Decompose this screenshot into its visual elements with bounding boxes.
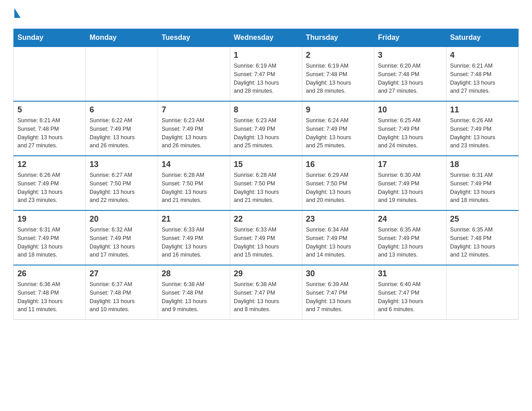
- day-info: Sunrise: 6:32 AM Sunset: 7:49 PM Dayligh…: [90, 226, 154, 259]
- day-info: Sunrise: 6:38 AM Sunset: 7:48 PM Dayligh…: [162, 280, 226, 314]
- day-info: Sunrise: 6:30 AM Sunset: 7:49 PM Dayligh…: [378, 171, 442, 205]
- calendar-cell: 31Sunrise: 6:40 AM Sunset: 7:47 PM Dayli…: [374, 265, 446, 320]
- calendar-cell: 24Sunrise: 6:35 AM Sunset: 7:49 PM Dayli…: [374, 210, 446, 265]
- calendar-cell: 7Sunrise: 6:23 AM Sunset: 7:49 PM Daylig…: [158, 101, 230, 156]
- calendar-cell: 12Sunrise: 6:26 AM Sunset: 7:49 PM Dayli…: [14, 156, 86, 210]
- day-number: 26: [17, 269, 82, 278]
- day-number: 15: [234, 160, 298, 169]
- calendar-cell: 8Sunrise: 6:23 AM Sunset: 7:49 PM Daylig…: [230, 101, 302, 156]
- calendar-cell: 9Sunrise: 6:24 AM Sunset: 7:49 PM Daylig…: [302, 101, 374, 156]
- day-number: 7: [162, 105, 226, 115]
- day-info: Sunrise: 6:35 AM Sunset: 7:48 PM Dayligh…: [450, 226, 515, 259]
- day-info: Sunrise: 6:23 AM Sunset: 7:49 PM Dayligh…: [162, 116, 226, 150]
- day-number: 24: [378, 214, 442, 224]
- day-number: 9: [306, 105, 370, 115]
- day-number: 19: [17, 214, 82, 224]
- calendar-cell: 3Sunrise: 6:20 AM Sunset: 7:48 PM Daylig…: [374, 47, 446, 101]
- day-number: 18: [450, 160, 515, 169]
- day-number: 2: [306, 51, 370, 60]
- day-number: 8: [234, 105, 298, 115]
- header-monday: Monday: [86, 29, 158, 47]
- day-number: 1: [234, 51, 298, 60]
- day-number: 25: [450, 214, 515, 224]
- day-info: Sunrise: 6:23 AM Sunset: 7:49 PM Dayligh…: [234, 116, 298, 150]
- logo-triangle-icon: [14, 8, 21, 18]
- day-info: Sunrise: 6:39 AM Sunset: 7:47 PM Dayligh…: [306, 280, 370, 314]
- logo: [13, 9, 21, 20]
- calendar-cell: 14Sunrise: 6:28 AM Sunset: 7:50 PM Dayli…: [158, 156, 230, 210]
- calendar-cell: 19Sunrise: 6:31 AM Sunset: 7:49 PM Dayli…: [14, 210, 86, 265]
- day-number: 12: [17, 160, 82, 169]
- calendar-cell: [86, 47, 158, 101]
- day-info: Sunrise: 6:35 AM Sunset: 7:49 PM Dayligh…: [378, 226, 442, 259]
- calendar-cell: 20Sunrise: 6:32 AM Sunset: 7:49 PM Dayli…: [86, 210, 158, 265]
- day-info: Sunrise: 6:19 AM Sunset: 7:48 PM Dayligh…: [306, 62, 370, 95]
- day-info: Sunrise: 6:40 AM Sunset: 7:47 PM Dayligh…: [378, 280, 442, 314]
- day-number: 23: [306, 214, 370, 224]
- header-sunday: Sunday: [14, 29, 86, 47]
- day-info: Sunrise: 6:20 AM Sunset: 7:48 PM Dayligh…: [378, 62, 442, 95]
- calendar-cell: 16Sunrise: 6:29 AM Sunset: 7:50 PM Dayli…: [302, 156, 374, 210]
- day-number: 17: [378, 160, 442, 169]
- header-saturday: Saturday: [446, 29, 519, 47]
- day-number: 27: [90, 269, 154, 278]
- page-header: [13, 9, 519, 20]
- calendar-week-row: 5Sunrise: 6:21 AM Sunset: 7:48 PM Daylig…: [14, 101, 519, 156]
- day-info: Sunrise: 6:36 AM Sunset: 7:48 PM Dayligh…: [17, 280, 82, 314]
- calendar-cell: 5Sunrise: 6:21 AM Sunset: 7:48 PM Daylig…: [14, 101, 86, 156]
- header-friday: Friday: [374, 29, 446, 47]
- calendar-cell: [14, 47, 86, 101]
- calendar-cell: 23Sunrise: 6:34 AM Sunset: 7:49 PM Dayli…: [302, 210, 374, 265]
- day-info: Sunrise: 6:33 AM Sunset: 7:49 PM Dayligh…: [234, 226, 298, 259]
- day-info: Sunrise: 6:27 AM Sunset: 7:50 PM Dayligh…: [90, 171, 154, 205]
- calendar-cell: 26Sunrise: 6:36 AM Sunset: 7:48 PM Dayli…: [14, 265, 86, 320]
- calendar-week-row: 26Sunrise: 6:36 AM Sunset: 7:48 PM Dayli…: [14, 265, 519, 320]
- calendar-cell: 4Sunrise: 6:21 AM Sunset: 7:48 PM Daylig…: [446, 47, 519, 101]
- day-number: 29: [234, 269, 298, 278]
- day-number: 30: [306, 269, 370, 278]
- day-number: 16: [306, 160, 370, 169]
- day-info: Sunrise: 6:22 AM Sunset: 7:49 PM Dayligh…: [90, 116, 154, 150]
- day-number: 14: [162, 160, 226, 169]
- day-number: 22: [234, 214, 298, 224]
- header-thursday: Thursday: [302, 29, 374, 47]
- day-number: 6: [90, 105, 154, 115]
- day-info: Sunrise: 6:28 AM Sunset: 7:50 PM Dayligh…: [234, 171, 298, 205]
- day-number: 3: [378, 51, 442, 60]
- day-info: Sunrise: 6:31 AM Sunset: 7:49 PM Dayligh…: [17, 226, 82, 259]
- calendar-week-row: 12Sunrise: 6:26 AM Sunset: 7:49 PM Dayli…: [14, 156, 519, 210]
- calendar-cell: [446, 265, 519, 320]
- calendar-table: SundayMondayTuesdayWednesdayThursdayFrid…: [13, 29, 519, 320]
- calendar-cell: 18Sunrise: 6:31 AM Sunset: 7:49 PM Dayli…: [446, 156, 519, 210]
- calendar-cell: 29Sunrise: 6:38 AM Sunset: 7:47 PM Dayli…: [230, 265, 302, 320]
- calendar-cell: 2Sunrise: 6:19 AM Sunset: 7:48 PM Daylig…: [302, 47, 374, 101]
- day-number: 20: [90, 214, 154, 224]
- day-number: 10: [378, 105, 442, 115]
- day-info: Sunrise: 6:24 AM Sunset: 7:49 PM Dayligh…: [306, 116, 370, 150]
- day-info: Sunrise: 6:33 AM Sunset: 7:49 PM Dayligh…: [162, 226, 226, 259]
- calendar-cell: 17Sunrise: 6:30 AM Sunset: 7:49 PM Dayli…: [374, 156, 446, 210]
- header-tuesday: Tuesday: [158, 29, 230, 47]
- day-info: Sunrise: 6:34 AM Sunset: 7:49 PM Dayligh…: [306, 226, 370, 259]
- day-number: 21: [162, 214, 226, 224]
- calendar-week-row: 19Sunrise: 6:31 AM Sunset: 7:49 PM Dayli…: [14, 210, 519, 265]
- day-number: 4: [450, 51, 515, 60]
- calendar-cell: 15Sunrise: 6:28 AM Sunset: 7:50 PM Dayli…: [230, 156, 302, 210]
- day-info: Sunrise: 6:37 AM Sunset: 7:48 PM Dayligh…: [90, 280, 154, 314]
- calendar-header-row: SundayMondayTuesdayWednesdayThursdayFrid…: [14, 29, 519, 47]
- day-info: Sunrise: 6:26 AM Sunset: 7:49 PM Dayligh…: [17, 171, 82, 205]
- calendar-cell: 22Sunrise: 6:33 AM Sunset: 7:49 PM Dayli…: [230, 210, 302, 265]
- day-number: 13: [90, 160, 154, 169]
- calendar-cell: 21Sunrise: 6:33 AM Sunset: 7:49 PM Dayli…: [158, 210, 230, 265]
- calendar-cell: 28Sunrise: 6:38 AM Sunset: 7:48 PM Dayli…: [158, 265, 230, 320]
- calendar-cell: 6Sunrise: 6:22 AM Sunset: 7:49 PM Daylig…: [86, 101, 158, 156]
- calendar-cell: 27Sunrise: 6:37 AM Sunset: 7:48 PM Dayli…: [86, 265, 158, 320]
- calendar-cell: 11Sunrise: 6:26 AM Sunset: 7:49 PM Dayli…: [446, 101, 519, 156]
- day-info: Sunrise: 6:38 AM Sunset: 7:47 PM Dayligh…: [234, 280, 298, 314]
- day-number: 5: [17, 105, 82, 115]
- day-info: Sunrise: 6:21 AM Sunset: 7:48 PM Dayligh…: [450, 62, 515, 95]
- day-info: Sunrise: 6:21 AM Sunset: 7:48 PM Dayligh…: [17, 116, 82, 150]
- calendar-cell: 30Sunrise: 6:39 AM Sunset: 7:47 PM Dayli…: [302, 265, 374, 320]
- day-info: Sunrise: 6:29 AM Sunset: 7:50 PM Dayligh…: [306, 171, 370, 205]
- calendar-cell: 25Sunrise: 6:35 AM Sunset: 7:48 PM Dayli…: [446, 210, 519, 265]
